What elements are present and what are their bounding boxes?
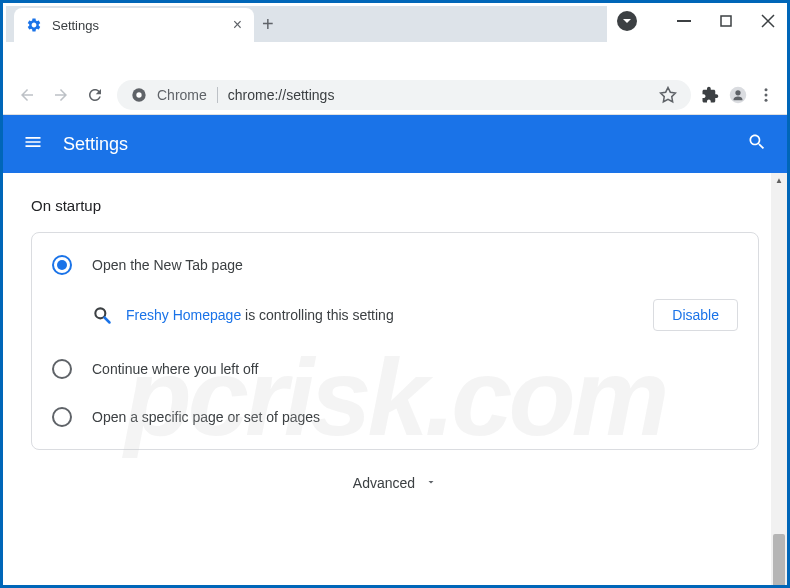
- extension-link[interactable]: Freshy Homepage: [126, 307, 241, 323]
- advanced-label: Advanced: [353, 475, 415, 491]
- disable-button[interactable]: Disable: [653, 299, 738, 331]
- chrome-icon: [131, 87, 147, 103]
- svg-point-7: [765, 93, 768, 96]
- svg-point-5: [735, 90, 740, 95]
- hamburger-icon[interactable]: [23, 132, 43, 156]
- star-icon[interactable]: [659, 86, 677, 104]
- shield-icon[interactable]: [617, 11, 637, 31]
- option-label: Open the New Tab page: [92, 257, 243, 273]
- extension-notice: Freshy Homepage is controlling this sett…: [32, 289, 758, 345]
- scrollbar-thumb[interactable]: [773, 534, 785, 588]
- scrollbar[interactable]: ▲ ▼: [771, 173, 787, 588]
- radio-unselected[interactable]: [52, 359, 72, 379]
- url-path: chrome://settings: [228, 87, 335, 103]
- chevron-down-icon: [425, 474, 437, 492]
- tab-bar: Settings × +: [6, 6, 607, 42]
- svg-rect-1: [721, 16, 731, 26]
- option-new-tab[interactable]: Open the New Tab page: [32, 241, 758, 289]
- extensions-icon[interactable]: [701, 86, 719, 104]
- svg-line-10: [105, 318, 110, 323]
- advanced-toggle[interactable]: Advanced: [31, 450, 759, 502]
- svg-point-6: [765, 88, 768, 91]
- radio-unselected[interactable]: [52, 407, 72, 427]
- close-icon[interactable]: ×: [233, 16, 242, 34]
- page-title: Settings: [63, 134, 727, 155]
- extension-text: Freshy Homepage is controlling this sett…: [126, 307, 639, 323]
- svg-point-8: [765, 98, 768, 101]
- profile-icon[interactable]: [729, 86, 747, 104]
- svg-point-3: [136, 92, 141, 97]
- url-prefix: Chrome: [157, 87, 218, 103]
- content-area: On startup Open the New Tab page Freshy …: [3, 173, 787, 526]
- new-tab-button[interactable]: +: [262, 13, 274, 42]
- menu-icon[interactable]: [757, 86, 775, 104]
- option-specific[interactable]: Open a specific page or set of pages: [32, 393, 758, 441]
- section-title: On startup: [31, 197, 759, 214]
- svg-rect-0: [677, 20, 691, 22]
- magnifier-icon: [92, 305, 112, 325]
- option-label: Open a specific page or set of pages: [92, 409, 320, 425]
- radio-selected[interactable]: [52, 255, 72, 275]
- address-bar-row: Chrome chrome://settings: [3, 75, 787, 115]
- startup-card: Open the New Tab page Freshy Homepage is…: [31, 232, 759, 450]
- option-continue[interactable]: Continue where you left off: [32, 345, 758, 393]
- address-bar[interactable]: Chrome chrome://settings: [117, 80, 691, 110]
- window-close-button[interactable]: [761, 14, 775, 28]
- tab-title: Settings: [52, 18, 223, 33]
- search-icon[interactable]: [747, 132, 767, 156]
- scroll-up-icon[interactable]: ▲: [771, 173, 787, 187]
- maximize-button[interactable]: [719, 14, 733, 28]
- settings-header: Settings: [3, 115, 787, 173]
- forward-button[interactable]: [49, 83, 73, 107]
- browser-tab[interactable]: Settings ×: [14, 8, 254, 42]
- reload-button[interactable]: [83, 83, 107, 107]
- back-button[interactable]: [15, 83, 39, 107]
- gear-icon: [26, 17, 42, 33]
- option-label: Continue where you left off: [92, 361, 258, 377]
- minimize-button[interactable]: [677, 14, 691, 28]
